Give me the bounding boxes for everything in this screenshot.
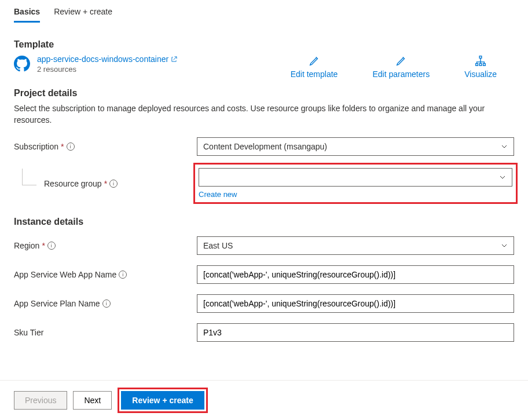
sku-input[interactable] bbox=[197, 323, 514, 342]
resource-group-label-text: Resource group bbox=[44, 179, 102, 188]
subscription-label-text: Subscription bbox=[14, 142, 58, 151]
subscription-row: Subscription * i Content Development (ms… bbox=[14, 137, 514, 156]
template-link-text: app-service-docs-windows-container bbox=[37, 54, 168, 64]
region-select[interactable]: East US bbox=[197, 236, 514, 255]
info-icon[interactable]: i bbox=[102, 300, 111, 308]
sku-label: Sku Tier bbox=[14, 328, 197, 337]
webapp-name-input[interactable] bbox=[197, 265, 514, 284]
chevron-down-icon bbox=[499, 174, 506, 181]
form-content: Template app-service-docs-windows-contai… bbox=[0, 23, 528, 342]
tab-basics[interactable]: Basics bbox=[14, 5, 40, 23]
template-resources-count: 2 resources bbox=[37, 65, 177, 74]
pencil-icon bbox=[308, 54, 321, 67]
svg-rect-3 bbox=[483, 64, 486, 66]
webapp-name-row: App Service Web App Name i bbox=[14, 265, 514, 284]
plan-name-row: App Service Plan Name i bbox=[14, 294, 514, 313]
create-new-link[interactable]: Create new bbox=[199, 190, 512, 199]
sku-row: Sku Tier bbox=[14, 323, 514, 342]
plan-name-label: App Service Plan Name i bbox=[14, 299, 197, 308]
template-heading: Template bbox=[14, 39, 514, 50]
webapp-name-label: App Service Web App Name i bbox=[14, 270, 197, 279]
resource-group-row: Resource group * i Create new bbox=[14, 166, 514, 200]
template-row: app-service-docs-windows-container 2 res… bbox=[14, 54, 514, 79]
required-asterisk: * bbox=[61, 142, 64, 151]
github-icon bbox=[14, 56, 30, 72]
svg-rect-1 bbox=[476, 64, 478, 66]
visualize-label: Visualize bbox=[464, 70, 497, 79]
edit-parameters-label: Edit parameters bbox=[372, 70, 430, 79]
resource-group-label: Resource group * i bbox=[14, 179, 197, 188]
svg-rect-0 bbox=[479, 56, 482, 59]
edit-template-label: Edit template bbox=[291, 70, 338, 79]
review-create-highlight: Review + create bbox=[118, 388, 207, 413]
subscription-value: Content Development (msangapu) bbox=[203, 142, 327, 151]
visualize-action[interactable]: Visualize bbox=[464, 54, 497, 79]
footer-bar: Previous Next Review + create bbox=[0, 380, 528, 420]
project-details-description: Select the subscription to manage deploy… bbox=[14, 103, 514, 126]
next-button[interactable]: Next bbox=[73, 391, 112, 410]
resource-group-highlight: Create new bbox=[193, 163, 518, 204]
instance-details-heading: Instance details bbox=[14, 217, 514, 227]
previous-button: Previous bbox=[14, 391, 67, 410]
sku-label-text: Sku Tier bbox=[14, 328, 43, 337]
region-label: Region * i bbox=[14, 241, 197, 250]
plan-name-input[interactable] bbox=[197, 294, 514, 313]
edit-parameters-action[interactable]: Edit parameters bbox=[372, 54, 430, 79]
region-label-text: Region bbox=[14, 241, 39, 250]
chevron-down-icon bbox=[501, 242, 508, 249]
pencil-icon bbox=[395, 54, 408, 67]
template-link[interactable]: app-service-docs-windows-container bbox=[37, 54, 177, 64]
region-value: East US bbox=[203, 241, 233, 250]
webapp-name-label-text: App Service Web App Name bbox=[14, 270, 116, 279]
hierarchy-icon bbox=[474, 54, 487, 67]
chevron-down-icon bbox=[501, 143, 508, 150]
required-asterisk: * bbox=[42, 241, 45, 250]
info-icon[interactable]: i bbox=[109, 180, 118, 188]
info-icon[interactable]: i bbox=[47, 242, 56, 250]
project-details-heading: Project details bbox=[14, 88, 514, 98]
required-asterisk: * bbox=[104, 179, 107, 188]
edit-template-action[interactable]: Edit template bbox=[291, 54, 338, 79]
template-actions: Edit template Edit parameters Visualize bbox=[291, 54, 514, 79]
tabs-bar: Basics Review + create bbox=[0, 0, 528, 23]
subscription-label: Subscription * i bbox=[14, 142, 197, 151]
external-link-icon bbox=[171, 56, 177, 63]
tab-review-create[interactable]: Review + create bbox=[54, 5, 112, 23]
svg-rect-2 bbox=[479, 64, 482, 66]
subscription-select[interactable]: Content Development (msangapu) bbox=[197, 137, 514, 156]
info-icon[interactable]: i bbox=[119, 271, 127, 279]
review-create-button[interactable]: Review + create bbox=[121, 391, 204, 410]
resource-group-select[interactable] bbox=[199, 168, 512, 187]
plan-name-label-text: App Service Plan Name bbox=[14, 299, 100, 308]
info-icon[interactable]: i bbox=[67, 143, 75, 151]
region-row: Region * i East US bbox=[14, 236, 514, 255]
